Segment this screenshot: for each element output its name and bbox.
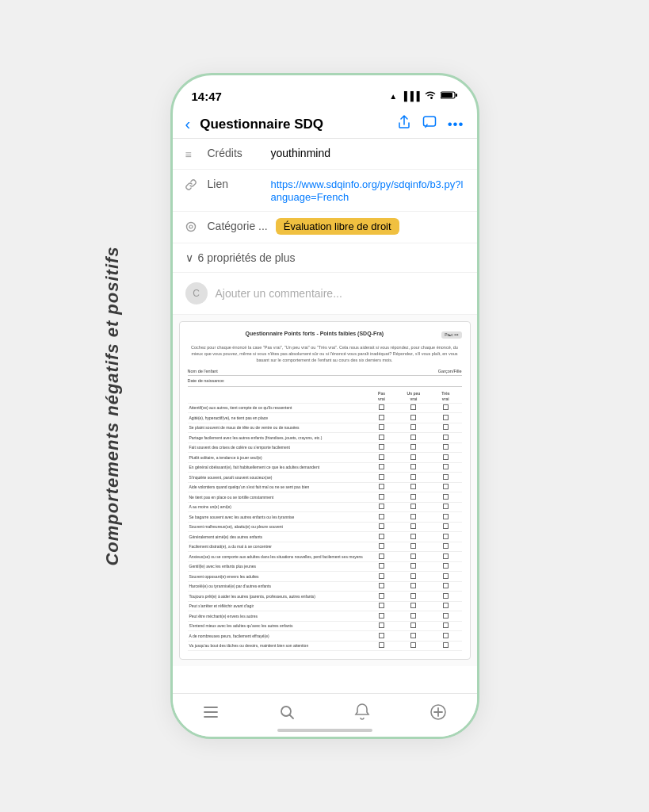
table-row: Aide volontiers quand quelqu'un s'est fa… — [188, 482, 462, 492]
svg-point-5 — [189, 225, 193, 228]
link-anchor[interactable]: https://www.sdqinfo.org/py/sdqinfo/b3.py… — [271, 178, 464, 203]
battery-icon — [441, 90, 458, 102]
more-properties-row[interactable]: ∨ 6 propriétés de plus — [173, 243, 477, 273]
link-label: Lien — [208, 178, 263, 190]
home-indicator — [277, 729, 372, 732]
table-row: A de nombreuses peurs, facilement effray… — [188, 631, 462, 642]
doc-title: Questionnaire Points forts - Points faib… — [188, 330, 442, 338]
table-row: S'entend mieux avec les adultes qu'avec … — [188, 621, 462, 631]
more-button[interactable]: ••• — [448, 117, 464, 132]
side-text: Comportements négatifs et positifs — [102, 246, 123, 565]
table-row: Attentif(ve) aux autres, tient compte de… — [188, 403, 462, 413]
signal-icon: ▐▐▐ — [401, 91, 419, 101]
doc-dob-field: Date de naissance: — [188, 378, 462, 387]
table-row: Fait souvent des crises de colère ou s'e… — [188, 442, 462, 453]
document-inner: Questionnaire Points forts - Points faib… — [179, 321, 471, 660]
more-properties-label: 6 propriétés de plus — [198, 251, 296, 264]
table-row: Gentil(le) avec les enfants plus jeunes — [188, 561, 462, 572]
table-row: Souvent malheureux(se), abattu(e) ou ple… — [188, 522, 462, 532]
wifi-icon — [424, 90, 437, 102]
category-row: Catégorie ... Évaluation libre de droit — [173, 212, 477, 243]
credits-label: Crédits — [208, 147, 263, 159]
table-row: Souvent opposant(e) envers les adultes — [188, 572, 462, 582]
table-row: Agité(e), hyperactif(ve), ne tient pas e… — [188, 413, 462, 423]
phone-frame: 14:47 ▲ ▐▐▐ ‹ Questionnaire SD — [170, 73, 479, 739]
table-row: Anxieux(se) ou se comporte aux adultes d… — [188, 552, 462, 562]
status-icons: ▲ ▐▐▐ — [389, 90, 457, 102]
tab-add[interactable] — [429, 703, 447, 721]
credits-icon: ≡ — [185, 148, 200, 161]
back-button[interactable]: ‹ — [185, 115, 191, 133]
category-icon — [185, 221, 200, 235]
table-row: En général obéissant(e), fait habituelle… — [188, 462, 462, 473]
tab-list[interactable] — [202, 705, 220, 719]
phone-content: ≡ Crédits youthinmind Lien https://www.s… — [173, 139, 477, 682]
share-button[interactable] — [397, 115, 411, 133]
credits-value: youthinmind — [271, 147, 464, 159]
table-row: Peut s'arrêter et réfléchir avant d'agir — [188, 601, 462, 611]
nav-bar: ‹ Questionnaire SDQ ••• — [173, 110, 477, 139]
svg-rect-3 — [423, 117, 435, 126]
doc-table: Pasvrai Un peuvrai Trèsvrai Attentif(ve)… — [188, 390, 462, 652]
message-button[interactable] — [422, 115, 437, 133]
table-row: Plutôt solitaire, a tendance à jouer seu… — [188, 453, 462, 463]
chevron-down-icon: ∨ — [185, 251, 193, 264]
comment-row[interactable]: C Ajouter un commentaire... — [173, 273, 477, 315]
nav-title: Questionnaire SDQ — [200, 117, 390, 132]
table-row: Peut être méchant(e) envers les autres — [188, 611, 462, 622]
table-row: Harcelé(e) ou tyrannisé(e) par d'autres … — [188, 581, 462, 592]
link-row: Lien https://www.sdqinfo.org/py/sdqinfo/… — [173, 170, 477, 212]
link-icon — [185, 179, 200, 193]
svg-line-10 — [290, 715, 294, 719]
link-value[interactable]: https://www.sdqinfo.org/py/sdqinfo/b3.py… — [271, 178, 464, 203]
doc-name-field: Nom de l'enfant Garçon/Fille — [188, 369, 462, 377]
status-bar: 14:47 ▲ ▐▐▐ — [173, 75, 477, 110]
table-row: S'inquiète souvent, paraît souvent souci… — [188, 473, 462, 483]
nav-actions: ••• — [397, 115, 464, 133]
table-row: Facilement distrait(e), a du mal à se co… — [188, 542, 462, 552]
category-label: Catégorie ... — [208, 220, 268, 232]
svg-rect-2 — [456, 94, 457, 97]
category-badge: Évaluation libre de droit — [276, 218, 399, 235]
doc-instruction: Cochez pour chaque énoncé la case "Pas v… — [188, 344, 462, 364]
table-row: Se bagarre souvent avec les autres enfan… — [188, 512, 462, 523]
avatar: C — [185, 282, 208, 304]
tab-notifications[interactable] — [354, 703, 370, 721]
table-row: Se plaint souvent de maux de tête ou de … — [188, 423, 462, 433]
table-row: Généralement aimé(e) des autres enfants — [188, 532, 462, 542]
document-preview: Questionnaire Points forts - Points faib… — [173, 315, 477, 666]
table-row: Va jusqu'au bout des tâches ou devoirs, … — [188, 641, 462, 651]
credits-row: ≡ Crédits youthinmind — [173, 139, 477, 170]
svg-rect-1 — [441, 93, 452, 98]
category-value: Évaluation libre de droit — [276, 220, 464, 232]
table-row: Ne tient pas en place ou se tortille con… — [188, 492, 462, 503]
tab-search[interactable] — [279, 704, 295, 720]
location-icon: ▲ — [389, 92, 397, 101]
status-time: 14:47 — [192, 90, 222, 103]
doc-actions: Pa₂c ••• — [441, 331, 461, 339]
svg-point-4 — [186, 223, 195, 232]
table-row: Partage facilement avec les autres enfan… — [188, 433, 462, 443]
table-row: A au moins un(e) ami(e) — [188, 502, 462, 512]
comment-placeholder[interactable]: Ajouter un commentaire... — [216, 287, 342, 300]
table-row: Toujours prêt(e) à aider les autres (par… — [188, 592, 462, 602]
